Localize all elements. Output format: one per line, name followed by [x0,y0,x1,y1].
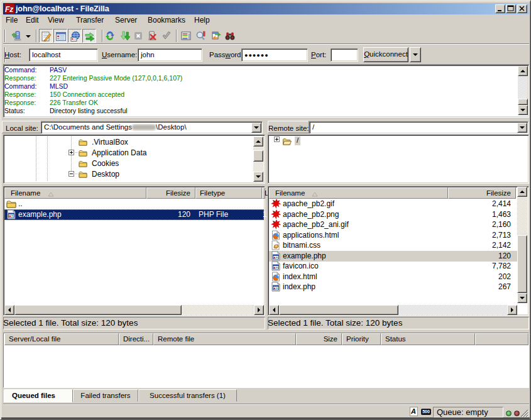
svg-text:Fz: Fz [5,5,13,14]
